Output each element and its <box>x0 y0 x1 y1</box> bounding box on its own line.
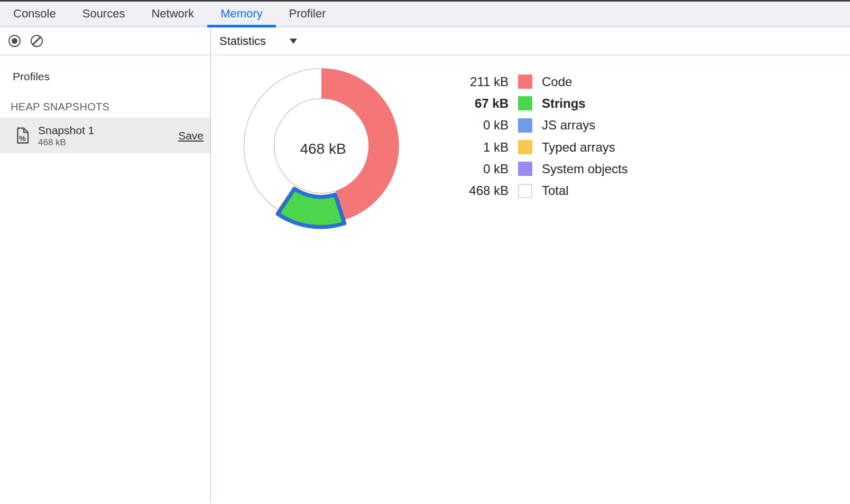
legend-swatch <box>518 140 532 154</box>
perspective-select[interactable]: Statistics <box>219 34 297 48</box>
record-heap-snapshot-button[interactable] <box>7 34 22 48</box>
devtools-tab-bar: Console Sources Network Memory Profiler <box>0 2 850 27</box>
legend-size: 1 kB <box>460 140 509 155</box>
record-icon <box>8 35 21 47</box>
legend-size: 211 kB <box>460 74 509 89</box>
legend-row-strings[interactable]: 67 kBStrings <box>460 92 628 114</box>
legend-swatch <box>518 96 532 110</box>
legend-label: Typed arrays <box>542 140 615 155</box>
sidebar-body: Profiles HEAP SNAPSHOTS % Snapshot 1 468… <box>0 55 210 502</box>
legend-label: Total <box>542 183 569 198</box>
profiles-sidebar: Profiles HEAP SNAPSHOTS % Snapshot 1 468… <box>0 27 210 502</box>
tab-memory[interactable]: Memory <box>207 2 275 26</box>
legend-swatch <box>518 162 532 176</box>
save-snapshot-link[interactable]: Save <box>178 129 204 142</box>
profiles-heading: Profiles <box>13 69 210 84</box>
sidebar-toolbar <box>0 27 210 55</box>
donut-center-total-label: 468 kB <box>300 141 346 157</box>
heap-snapshot-icon: % <box>16 127 30 144</box>
snapshot-title: Snapshot 1 <box>38 124 94 137</box>
legend-label: System objects <box>542 162 628 176</box>
legend-size: 67 kB <box>460 96 509 111</box>
perspective-select-value: Statistics <box>219 34 266 48</box>
legend-size: 0 kB <box>460 118 509 133</box>
legend-swatch <box>518 184 532 198</box>
legend-row-total[interactable]: 468 kBTotal <box>460 180 628 201</box>
tab-sources[interactable]: Sources <box>69 2 138 26</box>
heap-snapshots-section-heading: HEAP SNAPSHOTS <box>11 100 210 114</box>
legend-row-typed-arrays[interactable]: 1 kBTyped arrays <box>460 136 628 158</box>
snapshot-list-item[interactable]: % Snapshot 1 468 kB Save <box>0 118 210 153</box>
legend-row-js-arrays[interactable]: 0 kBJS arrays <box>460 115 628 136</box>
heap-statistics-donut-chart: 468 kB <box>233 58 412 238</box>
legend-size: 0 kB <box>460 162 509 176</box>
tab-network[interactable]: Network <box>138 2 207 26</box>
clear-profiles-button[interactable] <box>30 34 44 48</box>
tab-profiler[interactable]: Profiler <box>276 2 339 26</box>
chart-legend: 211 kBCode67 kBStrings0 kBJS arrays1 kBT… <box>460 71 628 202</box>
legend-size: 468 kB <box>460 183 509 198</box>
devtools-content: Profiles HEAP SNAPSHOTS % Snapshot 1 468… <box>0 27 850 502</box>
legend-label: JS arrays <box>542 118 595 133</box>
snapshot-view-pane: Statistics 468 kB 211 kBCode67 kBStrings… <box>211 27 850 502</box>
legend-swatch <box>518 74 532 89</box>
legend-row-code[interactable]: 211 kBCode <box>460 71 628 92</box>
svg-text:%: % <box>19 134 26 143</box>
chevron-down-icon <box>290 39 297 44</box>
tab-console[interactable]: Console <box>0 2 69 26</box>
legend-row-system-objects[interactable]: 0 kBSystem objects <box>460 158 628 180</box>
legend-label: Strings <box>542 96 586 111</box>
snapshot-view-toolbar: Statistics <box>211 27 850 55</box>
clear-icon <box>31 35 43 47</box>
statistics-view: 468 kB 211 kBCode67 kBStrings0 kBJS arra… <box>211 55 850 502</box>
snapshot-info: Snapshot 1 468 kB <box>38 124 94 148</box>
snapshot-size: 468 kB <box>38 137 94 148</box>
legend-label: Code <box>542 74 572 89</box>
legend-swatch <box>518 118 532 133</box>
